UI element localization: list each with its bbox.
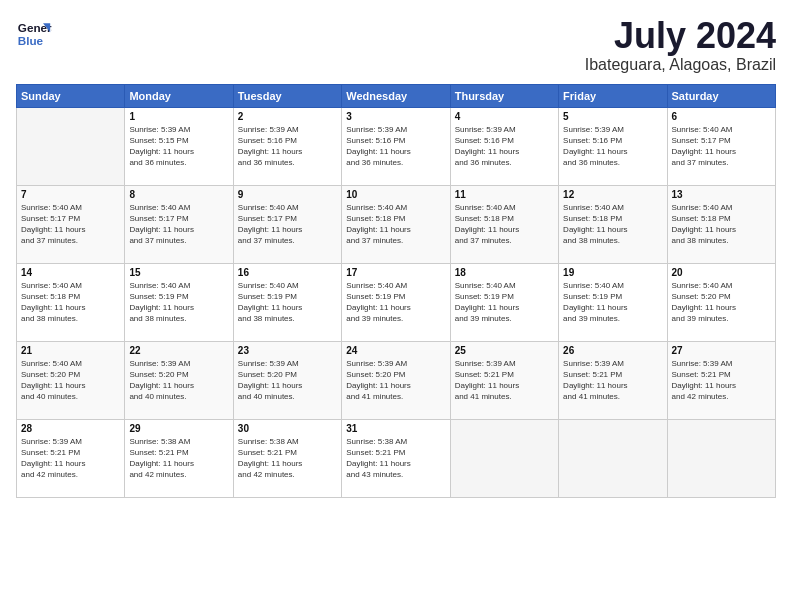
day-number: 25 — [455, 345, 554, 356]
day-info: Sunrise: 5:39 AM Sunset: 5:16 PM Dayligh… — [455, 124, 554, 169]
calendar-cell: 7Sunrise: 5:40 AM Sunset: 5:17 PM Daylig… — [17, 185, 125, 263]
day-info: Sunrise: 5:38 AM Sunset: 5:21 PM Dayligh… — [129, 436, 228, 481]
day-info: Sunrise: 5:40 AM Sunset: 5:18 PM Dayligh… — [455, 202, 554, 247]
calendar-cell: 10Sunrise: 5:40 AM Sunset: 5:18 PM Dayli… — [342, 185, 450, 263]
day-number: 5 — [563, 111, 662, 122]
header-row: Sunday Monday Tuesday Wednesday Thursday… — [17, 84, 776, 107]
calendar-table: Sunday Monday Tuesday Wednesday Thursday… — [16, 84, 776, 498]
day-info: Sunrise: 5:40 AM Sunset: 5:18 PM Dayligh… — [672, 202, 771, 247]
day-info: Sunrise: 5:40 AM Sunset: 5:17 PM Dayligh… — [672, 124, 771, 169]
week-row-3: 14Sunrise: 5:40 AM Sunset: 5:18 PM Dayli… — [17, 263, 776, 341]
day-info: Sunrise: 5:40 AM Sunset: 5:19 PM Dayligh… — [563, 280, 662, 325]
calendar-cell: 17Sunrise: 5:40 AM Sunset: 5:19 PM Dayli… — [342, 263, 450, 341]
calendar-cell: 28Sunrise: 5:39 AM Sunset: 5:21 PM Dayli… — [17, 419, 125, 497]
calendar-cell — [559, 419, 667, 497]
calendar-cell: 20Sunrise: 5:40 AM Sunset: 5:20 PM Dayli… — [667, 263, 775, 341]
calendar-cell: 8Sunrise: 5:40 AM Sunset: 5:17 PM Daylig… — [125, 185, 233, 263]
calendar-cell: 4Sunrise: 5:39 AM Sunset: 5:16 PM Daylig… — [450, 107, 558, 185]
title-block: July 2024 Ibateguara, Alagoas, Brazil — [585, 16, 776, 74]
calendar-cell: 31Sunrise: 5:38 AM Sunset: 5:21 PM Dayli… — [342, 419, 450, 497]
day-number: 30 — [238, 423, 337, 434]
day-number: 7 — [21, 189, 120, 200]
month-title: July 2024 — [585, 16, 776, 56]
day-info: Sunrise: 5:40 AM Sunset: 5:19 PM Dayligh… — [129, 280, 228, 325]
week-row-1: 1Sunrise: 5:39 AM Sunset: 5:15 PM Daylig… — [17, 107, 776, 185]
day-number: 3 — [346, 111, 445, 122]
col-tuesday: Tuesday — [233, 84, 341, 107]
day-info: Sunrise: 5:38 AM Sunset: 5:21 PM Dayligh… — [238, 436, 337, 481]
calendar-cell: 13Sunrise: 5:40 AM Sunset: 5:18 PM Dayli… — [667, 185, 775, 263]
col-thursday: Thursday — [450, 84, 558, 107]
day-number: 23 — [238, 345, 337, 356]
col-sunday: Sunday — [17, 84, 125, 107]
col-saturday: Saturday — [667, 84, 775, 107]
location-title: Ibateguara, Alagoas, Brazil — [585, 56, 776, 74]
calendar-cell: 16Sunrise: 5:40 AM Sunset: 5:19 PM Dayli… — [233, 263, 341, 341]
day-info: Sunrise: 5:38 AM Sunset: 5:21 PM Dayligh… — [346, 436, 445, 481]
day-number: 11 — [455, 189, 554, 200]
day-number: 21 — [21, 345, 120, 356]
col-wednesday: Wednesday — [342, 84, 450, 107]
calendar-cell: 14Sunrise: 5:40 AM Sunset: 5:18 PM Dayli… — [17, 263, 125, 341]
day-info: Sunrise: 5:40 AM Sunset: 5:18 PM Dayligh… — [346, 202, 445, 247]
day-number: 26 — [563, 345, 662, 356]
day-number: 6 — [672, 111, 771, 122]
day-info: Sunrise: 5:40 AM Sunset: 5:18 PM Dayligh… — [563, 202, 662, 247]
header: General Blue July 2024 Ibateguara, Alago… — [16, 16, 776, 74]
day-info: Sunrise: 5:40 AM Sunset: 5:19 PM Dayligh… — [238, 280, 337, 325]
calendar-cell: 5Sunrise: 5:39 AM Sunset: 5:16 PM Daylig… — [559, 107, 667, 185]
day-number: 16 — [238, 267, 337, 278]
day-info: Sunrise: 5:39 AM Sunset: 5:16 PM Dayligh… — [346, 124, 445, 169]
day-info: Sunrise: 5:39 AM Sunset: 5:21 PM Dayligh… — [563, 358, 662, 403]
calendar-cell — [667, 419, 775, 497]
calendar-cell: 24Sunrise: 5:39 AM Sunset: 5:20 PM Dayli… — [342, 341, 450, 419]
calendar-cell: 23Sunrise: 5:39 AM Sunset: 5:20 PM Dayli… — [233, 341, 341, 419]
calendar-cell: 3Sunrise: 5:39 AM Sunset: 5:16 PM Daylig… — [342, 107, 450, 185]
day-number: 8 — [129, 189, 228, 200]
day-info: Sunrise: 5:39 AM Sunset: 5:20 PM Dayligh… — [238, 358, 337, 403]
svg-text:Blue: Blue — [18, 34, 44, 47]
day-info: Sunrise: 5:39 AM Sunset: 5:16 PM Dayligh… — [563, 124, 662, 169]
day-number: 31 — [346, 423, 445, 434]
day-info: Sunrise: 5:40 AM Sunset: 5:17 PM Dayligh… — [21, 202, 120, 247]
day-info: Sunrise: 5:39 AM Sunset: 5:21 PM Dayligh… — [672, 358, 771, 403]
day-number: 4 — [455, 111, 554, 122]
calendar-cell: 22Sunrise: 5:39 AM Sunset: 5:20 PM Dayli… — [125, 341, 233, 419]
calendar-cell: 27Sunrise: 5:39 AM Sunset: 5:21 PM Dayli… — [667, 341, 775, 419]
logo: General Blue — [16, 16, 52, 52]
calendar-cell: 18Sunrise: 5:40 AM Sunset: 5:19 PM Dayli… — [450, 263, 558, 341]
day-number: 18 — [455, 267, 554, 278]
day-number: 14 — [21, 267, 120, 278]
day-number: 10 — [346, 189, 445, 200]
calendar-cell: 1Sunrise: 5:39 AM Sunset: 5:15 PM Daylig… — [125, 107, 233, 185]
day-info: Sunrise: 5:40 AM Sunset: 5:18 PM Dayligh… — [21, 280, 120, 325]
week-row-5: 28Sunrise: 5:39 AM Sunset: 5:21 PM Dayli… — [17, 419, 776, 497]
page-container: General Blue July 2024 Ibateguara, Alago… — [0, 0, 792, 508]
day-number: 24 — [346, 345, 445, 356]
day-number: 15 — [129, 267, 228, 278]
day-info: Sunrise: 5:40 AM Sunset: 5:19 PM Dayligh… — [346, 280, 445, 325]
calendar-cell — [450, 419, 558, 497]
day-info: Sunrise: 5:40 AM Sunset: 5:20 PM Dayligh… — [21, 358, 120, 403]
week-row-2: 7Sunrise: 5:40 AM Sunset: 5:17 PM Daylig… — [17, 185, 776, 263]
day-number: 27 — [672, 345, 771, 356]
calendar-cell: 2Sunrise: 5:39 AM Sunset: 5:16 PM Daylig… — [233, 107, 341, 185]
calendar-cell: 12Sunrise: 5:40 AM Sunset: 5:18 PM Dayli… — [559, 185, 667, 263]
day-number: 12 — [563, 189, 662, 200]
day-number: 1 — [129, 111, 228, 122]
calendar-cell: 11Sunrise: 5:40 AM Sunset: 5:18 PM Dayli… — [450, 185, 558, 263]
day-info: Sunrise: 5:39 AM Sunset: 5:15 PM Dayligh… — [129, 124, 228, 169]
day-number: 9 — [238, 189, 337, 200]
day-info: Sunrise: 5:39 AM Sunset: 5:20 PM Dayligh… — [346, 358, 445, 403]
week-row-4: 21Sunrise: 5:40 AM Sunset: 5:20 PM Dayli… — [17, 341, 776, 419]
day-number: 17 — [346, 267, 445, 278]
calendar-cell: 19Sunrise: 5:40 AM Sunset: 5:19 PM Dayli… — [559, 263, 667, 341]
calendar-cell: 6Sunrise: 5:40 AM Sunset: 5:17 PM Daylig… — [667, 107, 775, 185]
day-number: 2 — [238, 111, 337, 122]
day-info: Sunrise: 5:39 AM Sunset: 5:21 PM Dayligh… — [455, 358, 554, 403]
calendar-cell: 21Sunrise: 5:40 AM Sunset: 5:20 PM Dayli… — [17, 341, 125, 419]
day-info: Sunrise: 5:39 AM Sunset: 5:16 PM Dayligh… — [238, 124, 337, 169]
day-number: 13 — [672, 189, 771, 200]
col-monday: Monday — [125, 84, 233, 107]
day-info: Sunrise: 5:40 AM Sunset: 5:17 PM Dayligh… — [129, 202, 228, 247]
